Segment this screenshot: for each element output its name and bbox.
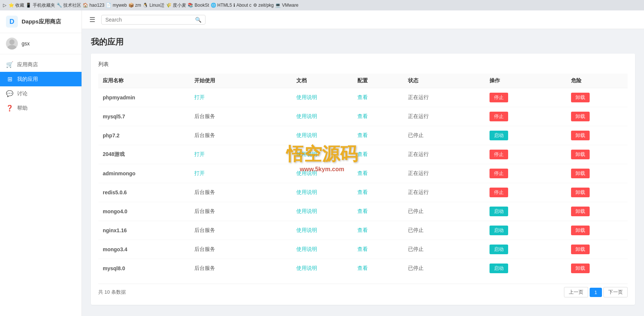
start-button[interactable]: 启动 [490,226,508,235]
status-badge: 正在运行 [408,170,429,176]
sidebar-item-help[interactable]: ❓ 帮助 [0,101,82,115]
uninstall-button[interactable]: 卸载 [571,112,590,121]
app-start-text: 后台服务 [194,246,215,252]
bookmark-zeit[interactable]: ⚙ zeit/pkg [253,3,274,8]
start-button[interactable]: 启动 [490,207,508,216]
app-doc-link[interactable]: 使用说明 [296,94,317,100]
app-doc-link[interactable]: 使用说明 [296,265,317,271]
sidebar-item-app-store-label: 应用商店 [17,61,38,68]
uninstall-button[interactable]: 卸载 [571,226,590,235]
sidebar-item-app-store[interactable]: 🛒 应用商店 [0,57,82,72]
bookmark-duoxiaomai[interactable]: 🌾 度小麦 [166,2,186,9]
app-config-link[interactable]: 查看 [357,132,368,138]
uninstall-button[interactable]: 卸载 [571,207,590,216]
bookmark-about[interactable]: ℹ About c [233,3,251,8]
bookmark-hao123[interactable]: 🏠 hao123 [83,3,104,8]
app-doc-link[interactable]: 使用说明 [296,246,317,252]
uninstall-button[interactable]: 卸载 [571,245,590,254]
app-danger-cell: 卸载 [567,164,628,183]
app-start-text: 后台服务 [194,132,215,138]
app-name-cell: mysql5.7 [98,107,190,126]
sidebar-item-my-apps-label: 我的应用 [17,76,38,83]
app-open-link[interactable]: 打开 [194,151,205,157]
stop-button[interactable]: 停止 [490,112,508,121]
sidebar-item-discussion-label: 讨论 [17,90,28,97]
app-open-link[interactable]: 打开 [194,94,205,100]
app-config-cell: 查看 [353,183,404,202]
table-row: mongo4.0 后台服务 使用说明 查看 已停止 启动 卸载 [98,202,628,221]
stop-button[interactable]: 停止 [490,188,508,197]
uninstall-button[interactable]: 卸载 [571,131,590,140]
start-button[interactable]: 启动 [490,245,508,254]
search-icon[interactable]: 🔍 [195,17,201,23]
app-name-cell: phpmyadmin [98,88,190,107]
col-header-danger: 危险 [567,74,628,88]
next-page-button[interactable]: 下一页 [603,287,628,297]
app-doc-link[interactable]: 使用说明 [296,227,317,233]
uninstall-button[interactable]: 卸载 [571,93,590,102]
app-config-cell: 查看 [353,107,404,126]
pagination-buttons: 上一页 1 下一页 [564,287,628,297]
app-config-link[interactable]: 查看 [357,170,368,176]
app-danger-cell: 卸载 [567,126,628,145]
bookmark-html5[interactable]: 🌐 HTML5 [211,3,232,8]
start-button[interactable]: 启动 [490,264,508,273]
bookmark-myweb[interactable]: 📄 myweb [106,3,127,8]
col-header-doc: 文档 [292,74,353,88]
app-doc-link[interactable]: 使用说明 [296,170,317,176]
menu-toggle-button[interactable]: ☰ [89,16,95,24]
uninstall-button[interactable]: 卸载 [571,150,590,159]
app-start-text: 后台服务 [194,113,215,119]
app-action-cell: 启动 [485,202,567,221]
uninstall-button[interactable]: 卸载 [571,188,590,197]
app-danger-cell: 卸载 [567,107,628,126]
app-doc-link[interactable]: 使用说明 [296,132,317,138]
app-start-text: 后台服务 [194,265,215,271]
app-action-cell: 启动 [485,221,567,240]
bookmark-tech[interactable]: 🔧 技术社区 [57,2,81,9]
app-doc-link[interactable]: 使用说明 [296,151,317,157]
stop-button[interactable]: 停止 [490,150,508,159]
sidebar: D Dapps应用商店 gsx 🛒 应用商店 ⊞ 我的应用 💬 [0,10,82,316]
app-start-cell: 打开 [190,88,291,107]
app-config-link[interactable]: 查看 [357,265,368,271]
app-name-cell: mongo4.0 [98,202,190,221]
uninstall-button[interactable]: 卸载 [571,169,590,178]
app-danger-cell: 卸载 [567,183,628,202]
bookmark-linux[interactable]: 🐧 Linux迁 [143,2,165,9]
app-doc-link[interactable]: 使用说明 [296,113,317,119]
app-start-cell: 后台服务 [190,259,291,278]
col-header-action: 操作 [485,74,567,88]
app-config-link[interactable]: 查看 [357,189,368,195]
app-action-cell: 停止 [485,145,567,164]
sidebar-item-discussion[interactable]: 💬 讨论 [0,86,82,101]
prev-page-button[interactable]: 上一页 [564,287,588,297]
app-action-cell: 启动 [485,259,567,278]
page-1-button[interactable]: 1 [590,288,602,297]
app-config-link[interactable]: 查看 [357,151,368,157]
app-doc-link[interactable]: 使用说明 [296,208,317,214]
app-config-link[interactable]: 查看 [357,208,368,214]
stop-button[interactable]: 停止 [490,169,508,178]
uninstall-button[interactable]: 卸载 [571,264,590,273]
sidebar-item-help-label: 帮助 [17,105,28,112]
app-doc-link[interactable]: 使用说明 [296,189,317,195]
app-start-cell: 后台服务 [190,202,291,221]
stop-button[interactable]: 停止 [490,93,508,102]
bookmark-vmware[interactable]: 💻 VMware [275,3,298,8]
start-button[interactable]: 启动 [490,131,508,140]
sidebar-item-my-apps[interactable]: ⊞ 我的应用 [0,72,82,86]
app-open-link[interactable]: 打开 [194,170,205,176]
search-input[interactable] [105,17,192,23]
bookmark-mobile[interactable]: 📱 手机收藏夹 [26,2,55,9]
app-config-link[interactable]: 查看 [357,246,368,252]
bookmark-favorites[interactable]: ⭐ 收藏 [9,2,24,9]
app-config-link[interactable]: 查看 [357,113,368,119]
browser-nav-back[interactable]: ▷ [3,3,6,8]
app-status-cell: 已停止 [404,202,485,221]
app-config-link[interactable]: 查看 [357,94,368,100]
col-header-status: 状态 [404,74,485,88]
bookmark-books[interactable]: 📚 BookSt [188,3,209,8]
bookmark-zm[interactable]: 📦 zm [128,3,141,8]
app-config-link[interactable]: 查看 [357,227,368,233]
